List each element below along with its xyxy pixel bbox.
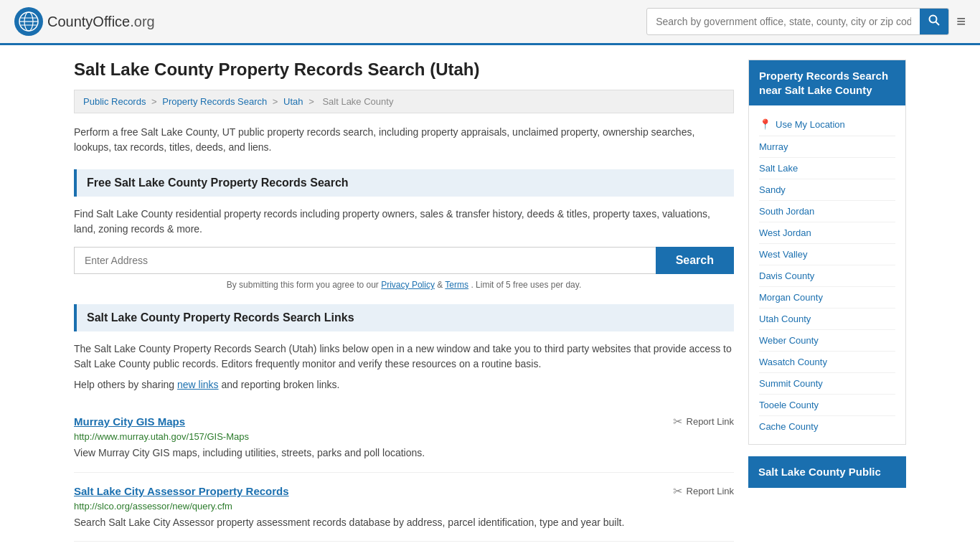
content-area: Salt Lake County Property Records Search… xyxy=(74,60,734,542)
hamburger-menu[interactable]: ≡ xyxy=(956,12,966,31)
logo-name: CountyOffice xyxy=(47,14,130,29)
address-search-row: Search xyxy=(74,247,734,274)
logo-suffix: .org xyxy=(130,14,154,29)
and-reporting: and reporting broken links. xyxy=(221,379,339,390)
form-notice: By submitting this form you agree to our… xyxy=(74,280,734,290)
sidebar-bottom-box-header: Salt Lake County Public xyxy=(748,456,906,488)
link-title-assessor[interactable]: Salt Lake City Assessor Property Records xyxy=(74,485,289,497)
sidebar-link-cache-county[interactable]: Cache County xyxy=(759,416,895,437)
report-label: Report Link xyxy=(687,416,734,427)
report-icon: ✂ xyxy=(673,415,682,428)
sidebar-link-utah-county[interactable]: Utah County xyxy=(759,309,895,330)
links-section: Salt Lake County Property Records Search… xyxy=(74,304,734,542)
link-desc-2: Search Salt Lake City Assessor property … xyxy=(74,516,734,530)
breadcrumb: Public Records > Property Records Search… xyxy=(74,90,734,113)
sidebar-link-summit-county[interactable]: Summit County xyxy=(759,373,895,395)
logo-icon xyxy=(14,7,43,36)
report-label-2: Report Link xyxy=(687,486,734,496)
sidebar-link-tooele-county[interactable]: Tooele County xyxy=(759,395,895,416)
report-link-button-2[interactable]: ✂ Report Link xyxy=(673,484,734,498)
sidebar-box: Property Records Search near Salt Lake C… xyxy=(748,60,906,445)
sidebar-link-south-jordan[interactable]: South Jordan xyxy=(759,201,895,222)
header-right: ≡ xyxy=(646,8,966,35)
main-container: Salt Lake County Property Records Search… xyxy=(60,45,920,551)
links-description: The Salt Lake County Property Records Se… xyxy=(74,342,734,372)
header-search-input[interactable] xyxy=(647,10,920,33)
link-desc: View Murray City GIS maps, including uti… xyxy=(74,446,734,461)
link-item-title: Murray City GIS Maps xyxy=(74,415,185,428)
privacy-policy-link[interactable]: Privacy Policy xyxy=(381,280,435,290)
report-link-button[interactable]: ✂ Report Link xyxy=(673,415,734,428)
form-notice-after: . Limit of 5 free uses per day. xyxy=(471,280,581,290)
sidebar-body: 📍 Use My Location Murray Salt Lake Sandy… xyxy=(749,105,905,444)
svg-line-6 xyxy=(936,22,940,26)
sidebar-link-wasatch-county[interactable]: Wasatch County xyxy=(759,352,895,373)
link-url: http://www.murray.utah.gov/157/GIS-Maps xyxy=(74,431,734,442)
sidebar-link-west-jordan[interactable]: West Jordan xyxy=(759,222,895,244)
site-header: CountyOffice.org ≡ xyxy=(0,0,980,45)
sidebar-link-weber-county[interactable]: Weber County xyxy=(759,330,895,352)
location-icon: 📍 xyxy=(759,118,771,130)
sidebar-link-west-valley[interactable]: West Valley xyxy=(759,244,895,265)
header-search-button[interactable] xyxy=(920,9,948,34)
address-search-button[interactable]: Search xyxy=(656,247,734,274)
help-text: Help others by sharing xyxy=(74,379,174,390)
help-line: Help others by sharing new links and rep… xyxy=(74,379,734,390)
link-url-2: http://slco.org/assessor/new/query.cfm xyxy=(74,501,734,512)
search-form-description: Find Salt Lake County residential proper… xyxy=(74,207,734,237)
logo-area: CountyOffice.org xyxy=(14,7,155,36)
header-search-bar xyxy=(646,8,949,35)
breadcrumb-utah[interactable]: Utah xyxy=(283,96,303,107)
page-title: Salt Lake County Property Records Search… xyxy=(74,60,734,80)
free-search-section: Free Salt Lake County Property Records S… xyxy=(74,169,734,290)
links-section-header: Salt Lake County Property Records Search… xyxy=(74,304,734,331)
sidebar-link-davis-county[interactable]: Davis County xyxy=(759,265,895,287)
report-icon-2: ✂ xyxy=(673,484,682,498)
breadcrumb-sep-1: > xyxy=(151,96,159,107)
sidebar: Property Records Search near Salt Lake C… xyxy=(748,60,906,542)
breadcrumb-public-records[interactable]: Public Records xyxy=(83,96,146,107)
sidebar-bottom-header: Salt Lake County Public xyxy=(748,456,906,488)
page-description: Perform a free Salt Lake County, UT publ… xyxy=(74,125,734,155)
sidebar-link-murray[interactable]: Murray xyxy=(759,136,895,158)
logo-text: CountyOffice.org xyxy=(47,14,155,30)
breadcrumb-property-records[interactable]: Property Records Search xyxy=(162,96,267,107)
use-location-label: Use My Location xyxy=(776,119,845,130)
link-item-header: Salt Lake City Assessor Property Records… xyxy=(74,484,734,498)
address-input[interactable] xyxy=(74,247,656,274)
link-item-title: Salt Lake City Assessor Property Records xyxy=(74,485,289,497)
free-search-header: Free Salt Lake County Property Records S… xyxy=(74,169,734,197)
link-item-header: Murray City GIS Maps ✂ Report Link xyxy=(74,415,734,428)
new-links-link[interactable]: new links xyxy=(177,379,219,390)
svg-point-5 xyxy=(930,16,937,23)
link-title-murray[interactable]: Murray City GIS Maps xyxy=(74,415,185,428)
sidebar-header: Property Records Search near Salt Lake C… xyxy=(749,60,905,105)
link-item: Murray City GIS Maps ✂ Report Link http:… xyxy=(74,403,734,473)
use-location-link[interactable]: 📍 Use My Location xyxy=(759,113,895,136)
link-item: Salt Lake City Assessor Property Records… xyxy=(74,473,734,542)
breadcrumb-current: Salt Lake County xyxy=(322,96,393,107)
sidebar-link-salt-lake[interactable]: Salt Lake xyxy=(759,158,895,179)
form-notice-and: & xyxy=(437,280,445,290)
breadcrumb-sep-2: > xyxy=(273,96,281,107)
form-notice-before: By submitting this form you agree to our xyxy=(227,280,379,290)
sidebar-link-sandy[interactable]: Sandy xyxy=(759,179,895,201)
sidebar-link-morgan-county[interactable]: Morgan County xyxy=(759,287,895,309)
breadcrumb-sep-3: > xyxy=(308,96,316,107)
terms-link[interactable]: Terms xyxy=(445,280,468,290)
